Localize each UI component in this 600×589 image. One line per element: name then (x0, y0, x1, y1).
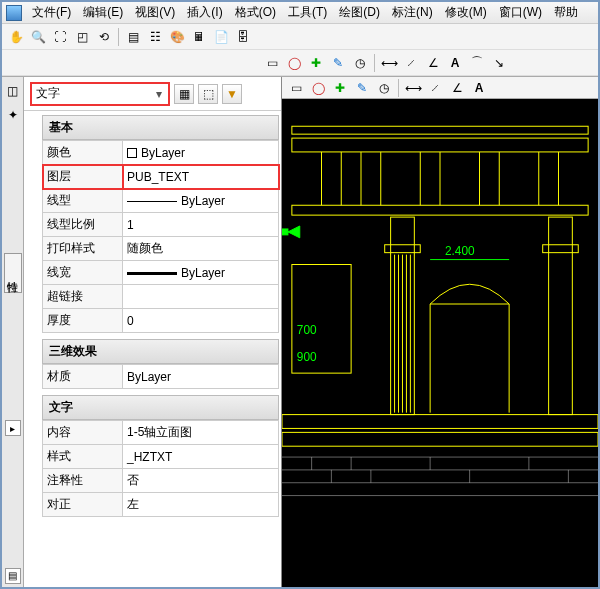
section-basic[interactable]: 基本 (42, 115, 279, 140)
props-icon[interactable]: ☷ (145, 27, 165, 47)
object-type-selector[interactable]: 文字 ▾ (30, 82, 170, 106)
value-material[interactable]: ByLayer (123, 365, 279, 389)
menu-format[interactable]: 格式(O) (229, 2, 282, 23)
zoom-window-icon[interactable]: ◰ (72, 27, 92, 47)
tab-properties[interactable]: 特性 (4, 253, 22, 293)
drawing-canvas[interactable]: ▭ ◯ ✚ ✎ ◷ ⟷ ⟋ ∠ A (282, 77, 598, 588)
edit-icon[interactable]: ✎ (328, 53, 348, 73)
palette-icon[interactable]: 🎨 (167, 27, 187, 47)
row-lineweight: 线宽ByLayer (43, 261, 279, 285)
value-content[interactable]: 1-5轴立面图 (123, 421, 279, 445)
svg-rect-1 (292, 138, 588, 152)
db-icon[interactable]: 🗄 (233, 27, 253, 47)
value-annotative[interactable]: 否 (123, 469, 279, 493)
main-area: ◫ ✦ 特性 ▸ ▤ 文字 ▾ ▦ ⬚ ▼ 基本 颜色ByLayer 图层PUB… (2, 77, 598, 588)
menu-draw[interactable]: 绘图(D) (333, 2, 386, 23)
arc-icon[interactable]: ⌒ (467, 53, 487, 73)
drawing-area[interactable]: 2.400 700 900 (282, 99, 598, 588)
dim-linear-icon[interactable]: ⟷ (379, 53, 399, 73)
box-icon[interactable]: ▭ (262, 53, 282, 73)
dim-d-icon[interactable]: ⟋ (425, 78, 445, 98)
menu-annotate[interactable]: 标注(N) (386, 2, 439, 23)
edit-icon[interactable]: ✎ (352, 78, 372, 98)
menu-insert[interactable]: 插入(I) (181, 2, 228, 23)
pan-icon[interactable]: ✋ (6, 27, 26, 47)
select-objects-icon[interactable]: ⬚ (198, 84, 218, 104)
zoom-extents-icon[interactable]: ⛶ (50, 27, 70, 47)
angle-icon[interactable]: ∠ (447, 78, 467, 98)
dock-icon[interactable]: ▤ (5, 568, 21, 584)
row-style: 样式_HZTXT (43, 445, 279, 469)
calc-icon[interactable]: 🖩 (189, 27, 209, 47)
box-icon[interactable]: ▭ (286, 78, 306, 98)
menu-view[interactable]: 视图(V) (129, 2, 181, 23)
menu-bar: 文件(F) 编辑(E) 视图(V) 插入(I) 格式(O) 工具(T) 绘图(D… (2, 2, 598, 24)
palette-gear-icon[interactable]: ✦ (3, 105, 23, 125)
palette-toggle-icon[interactable]: ◫ (3, 81, 23, 101)
zoom-prev-icon[interactable]: ⟲ (94, 27, 114, 47)
svg-rect-0 (292, 126, 588, 134)
sheet-icon[interactable]: 📄 (211, 27, 231, 47)
dim-h-icon[interactable]: ⟷ (403, 78, 423, 98)
dim-align-icon[interactable]: ⟋ (401, 53, 421, 73)
value-style[interactable]: _HZTXT (123, 445, 279, 469)
row-ltscale: 线型比例1 (43, 213, 279, 237)
elevation-drawing: 2.400 700 900 (282, 99, 598, 588)
circle-icon[interactable]: ◯ (308, 78, 328, 98)
svg-rect-21 (543, 245, 579, 253)
value-justify[interactable]: 左 (123, 493, 279, 517)
layer-icon[interactable]: ▤ (123, 27, 143, 47)
label-content: 内容 (43, 421, 123, 445)
row-plotstyle: 打印样式随颜色 (43, 237, 279, 261)
section-text[interactable]: 文字 (42, 395, 279, 420)
node-icon[interactable]: ✚ (306, 53, 326, 73)
text-a-icon[interactable]: A (445, 53, 465, 73)
app-icon (6, 5, 22, 21)
svg-rect-14 (385, 245, 421, 253)
value-thickness[interactable]: 0 (123, 309, 279, 333)
menu-window[interactable]: 窗口(W) (493, 2, 548, 23)
value-layer[interactable]: PUB_TEXT (123, 165, 279, 189)
clock-icon[interactable]: ◷ (374, 78, 394, 98)
label-color: 颜色 (43, 141, 123, 165)
selection-grip-icon (282, 226, 300, 238)
text-icon[interactable]: A (469, 78, 489, 98)
label-lineweight: 线宽 (43, 261, 123, 285)
value-ltscale[interactable]: 1 (123, 213, 279, 237)
row-layer: 图层PUB_TEXT (43, 165, 279, 189)
menu-file[interactable]: 文件(F) (26, 2, 77, 23)
section-3d[interactable]: 三维效果 (42, 339, 279, 364)
properties-body: 基本 颜色ByLayer 图层PUB_TEXT 线型ByLayer 线型比例1 … (24, 111, 281, 588)
value-plotstyle[interactable]: 随颜色 (123, 237, 279, 261)
label-thickness: 厚度 (43, 309, 123, 333)
svg-rect-25 (282, 415, 598, 429)
dim-900: 900 (297, 350, 317, 364)
properties-header: 文字 ▾ ▦ ⬚ ▼ (24, 77, 281, 111)
toolbar-row-2: ▭ ◯ ✚ ✎ ◷ ⟷ ⟋ ∠ A ⌒ ↘ (2, 50, 598, 76)
label-material: 材质 (43, 365, 123, 389)
label-linetype: 线型 (43, 189, 123, 213)
label-style: 样式 (43, 445, 123, 469)
label-justify: 对正 (43, 493, 123, 517)
zoom-in-icon[interactable]: 🔍 (28, 27, 48, 47)
menu-tools[interactable]: 工具(T) (282, 2, 333, 23)
leader-icon[interactable]: ↘ (489, 53, 509, 73)
plus-icon[interactable]: ✚ (330, 78, 350, 98)
collapse-left-icon[interactable]: ▸ (5, 420, 21, 436)
quick-select-icon[interactable]: ▦ (174, 84, 194, 104)
menu-modify[interactable]: 修改(M) (439, 2, 493, 23)
dim-2400: 2.400 (445, 244, 475, 258)
value-hyperlink[interactable] (123, 285, 279, 309)
value-linetype[interactable]: ByLayer (123, 189, 279, 213)
menu-help[interactable]: 帮助 (548, 2, 584, 23)
menu-edit[interactable]: 编辑(E) (77, 2, 129, 23)
svg-rect-26 (282, 432, 598, 446)
filter-icon[interactable]: ▼ (222, 84, 242, 104)
clock-icon[interactable]: ◷ (350, 53, 370, 73)
row-annotative: 注释性否 (43, 469, 279, 493)
value-lineweight[interactable]: ByLayer (123, 261, 279, 285)
angle-icon[interactable]: ∠ (423, 53, 443, 73)
circle-icon[interactable]: ◯ (284, 53, 304, 73)
svg-rect-12 (292, 205, 588, 215)
value-color[interactable]: ByLayer (123, 141, 279, 165)
